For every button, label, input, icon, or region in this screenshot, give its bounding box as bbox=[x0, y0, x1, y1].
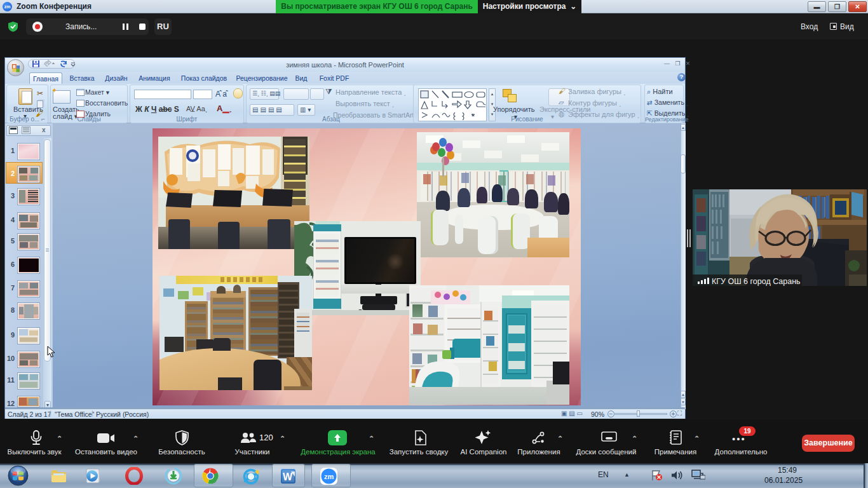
svg-text:zm: zm bbox=[324, 473, 334, 480]
svg-text:W: W bbox=[283, 471, 293, 482]
